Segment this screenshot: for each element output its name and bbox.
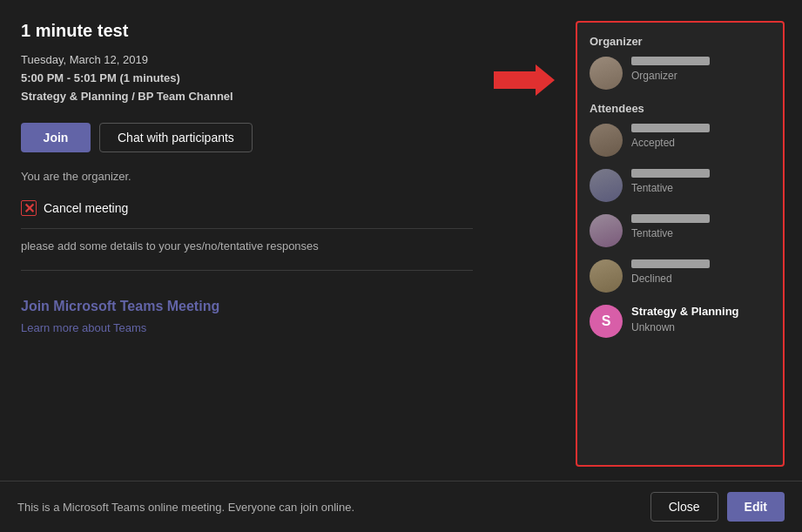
- attendee-1-status: Accepted: [631, 137, 710, 149]
- edit-button[interactable]: Edit: [727, 492, 785, 522]
- cancel-row: ✕ Cancel meeting: [21, 200, 473, 229]
- organizer-status: Organizer: [631, 70, 710, 82]
- arrow-container: [494, 21, 555, 467]
- meeting-title: 1 minute test: [21, 21, 473, 41]
- attendee-2-info: Tentative: [631, 169, 710, 194]
- attendee-3-info: Tentative: [631, 214, 710, 239]
- teams-join-title[interactable]: Join Microsoft Teams Meeting: [21, 299, 473, 314]
- attendee-3-name-bar: [631, 214, 710, 223]
- footer-info-text: This is a Microsoft Teams online meeting…: [17, 501, 354, 514]
- attendee-row: Accepted: [590, 124, 771, 157]
- organizer-info: Organizer: [631, 57, 710, 82]
- cancel-meeting-label[interactable]: Cancel meeting: [44, 201, 128, 215]
- attendee-2-status: Tentative: [631, 182, 710, 194]
- left-panel: 1 minute test Tuesday, March 12, 2019 5:…: [21, 21, 473, 467]
- attendee-2-name-bar: [631, 169, 710, 178]
- attendee-4-info: Declined: [631, 259, 710, 285]
- attendee-row: Tentative: [590, 214, 771, 247]
- attendee-3-status: Tentative: [631, 227, 710, 239]
- svg-marker-0: [494, 64, 555, 96]
- chat-button[interactable]: Chat with participants: [99, 123, 253, 152]
- cancel-x-icon: ✕: [21, 200, 37, 216]
- arrow-icon: [494, 64, 555, 96]
- attendee-2-avatar: [590, 169, 623, 202]
- attendee-row: S Strategy & Planning Unknown: [590, 305, 771, 338]
- organizer-note: You are the organizer.: [21, 170, 473, 192]
- attendee-4-name-bar: [631, 259, 710, 268]
- attendee-1-info: Accepted: [631, 124, 710, 149]
- attendee-row: Tentative: [590, 169, 771, 202]
- button-row: Join Chat with participants: [21, 123, 473, 152]
- join-button[interactable]: Join: [21, 123, 91, 152]
- attendee-5-name: Strategy & Planning: [631, 305, 739, 320]
- organizer-name-bar: [631, 57, 710, 65]
- right-panel: Organizer Organizer Attendees Accepted T…: [576, 21, 785, 467]
- attendee-5-avatar: S: [590, 305, 623, 338]
- learn-more-link[interactable]: Learn more about Teams: [21, 321, 146, 334]
- teams-join-section: Join Microsoft Teams Meeting Learn more …: [21, 299, 473, 335]
- attendee-row: Declined: [590, 259, 771, 293]
- attendee-4-status: Declined: [631, 273, 710, 285]
- meeting-date: Tuesday, March 12, 2019 5:00 PM - 5:01 P…: [21, 51, 473, 105]
- attendee-4-avatar: [590, 259, 623, 293]
- footer-buttons: Close Edit: [650, 492, 785, 522]
- meeting-description: please add some details to your yes/no/t…: [21, 239, 473, 271]
- footer: This is a Microsoft Teams online meeting…: [0, 481, 802, 532]
- organizer-row: Organizer: [590, 57, 771, 90]
- close-button[interactable]: Close: [650, 492, 718, 522]
- attendee-1-name-bar: [631, 124, 710, 132]
- attendee-5-status: Unknown: [631, 321, 739, 333]
- attendee-1-avatar: [590, 124, 623, 157]
- attendee-5-info: Strategy & Planning Unknown: [631, 305, 739, 333]
- attendee-3-avatar: [590, 214, 623, 247]
- attendees-section-label: Attendees: [590, 102, 771, 115]
- organizer-avatar: [590, 57, 623, 90]
- organizer-section-label: Organizer: [590, 35, 771, 48]
